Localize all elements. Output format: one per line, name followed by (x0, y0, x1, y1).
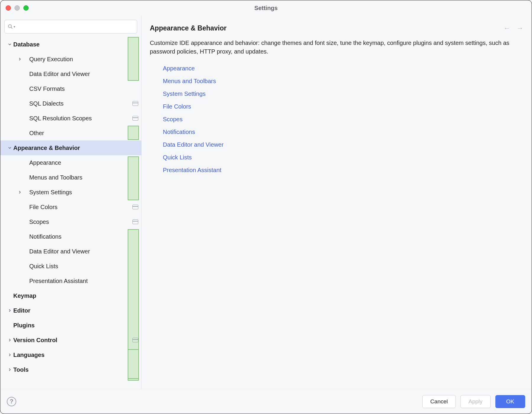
tree-item-label: File Colors (29, 204, 131, 211)
project-scope-icon (132, 338, 138, 342)
tree-item-label: Query Execution (29, 56, 138, 63)
tree-item[interactable]: Menus and Toolbars (0, 170, 141, 185)
content-header: Appearance & Behavior ← → (142, 16, 532, 38)
tree-item-label: Appearance & Behavior (13, 145, 138, 151)
tree-item-label: Keymap (13, 292, 138, 299)
tree-item[interactable]: Query Execution (0, 52, 141, 67)
tree-item[interactable]: Keymap (0, 288, 141, 303)
content-body: Customize IDE appearance and behavior: c… (142, 38, 532, 179)
chevron-right-icon[interactable] (16, 57, 23, 61)
page-description: Customize IDE appearance and behavior: c… (150, 39, 514, 56)
subpage-link-list: AppearanceMenus and ToolbarsSystem Setti… (150, 64, 514, 174)
chevron-right-icon[interactable] (6, 353, 13, 357)
tree-item[interactable]: Plugins (0, 318, 141, 333)
tree-item[interactable]: Version Control (0, 333, 141, 347)
tree-item[interactable]: CSV Formats (0, 81, 141, 96)
tree-item-label: SQL Dialects (29, 100, 131, 107)
ok-button[interactable]: OK (495, 395, 525, 408)
chevron-down-icon[interactable] (6, 43, 13, 46)
tree-item-label: Plugins (13, 322, 138, 329)
tree-item[interactable]: File Colors (0, 200, 141, 214)
tree-item[interactable]: Languages (0, 347, 141, 362)
tree-item[interactable]: Data Editor and Viewer (0, 67, 141, 81)
search-history-chevron-icon[interactable]: ▾ (14, 25, 15, 29)
tree-item[interactable]: Quick Lists (0, 259, 141, 274)
tree-item[interactable]: Data Editor and Viewer (0, 244, 141, 259)
subpage-link[interactable]: Presentation Assistant (163, 166, 514, 174)
window-close-button[interactable] (6, 5, 11, 11)
body: ▾ DatabaseQuery ExecutionData Editor and… (0, 16, 532, 389)
search-wrap: ▾ (0, 19, 141, 37)
tree-item-label: Data Editor and Viewer (29, 248, 138, 255)
chevron-right-icon[interactable] (16, 190, 23, 194)
tree-item[interactable]: Scopes (0, 214, 141, 229)
tree-item[interactable]: Tools (0, 362, 141, 377)
help-button[interactable]: ? (7, 397, 16, 406)
page-title: Appearance & Behavior (150, 24, 503, 32)
search-field[interactable]: ▾ (4, 20, 137, 33)
sidebar: ▾ DatabaseQuery ExecutionData Editor and… (0, 16, 142, 389)
subpage-link[interactable]: Notifications (163, 128, 514, 136)
apply-button[interactable]: Apply (460, 395, 491, 408)
svg-line-1 (11, 28, 12, 29)
settings-tree[interactable]: DatabaseQuery ExecutionData Editor and V… (0, 37, 141, 389)
settings-window: Settings ▾ DatabaseQuery ExecutionData E… (0, 0, 532, 414)
tree-item[interactable]: Database (0, 37, 141, 52)
tree-item-label: Scopes (29, 219, 131, 225)
project-scope-icon (132, 101, 138, 106)
window-maximize-button[interactable] (23, 5, 29, 11)
window-minimize-button[interactable] (14, 5, 20, 11)
subpage-link[interactable]: Scopes (163, 115, 514, 124)
svg-point-0 (8, 25, 12, 28)
tree-item[interactable]: Notifications (0, 229, 141, 244)
footer: ? Cancel Apply OK (0, 389, 532, 414)
tree-item-label: Version Control (13, 337, 131, 344)
tree-item-label: Data Editor and Viewer (29, 71, 138, 77)
search-input[interactable] (17, 24, 134, 30)
subpage-link[interactable]: Menus and Toolbars (163, 77, 514, 85)
tree-item-label: Other (29, 130, 138, 137)
window-title: Settings (0, 5, 532, 12)
tree-item[interactable]: System Settings (0, 185, 141, 200)
content-pane: Appearance & Behavior ← → Customize IDE … (142, 16, 532, 389)
subpage-link[interactable]: Data Editor and Viewer (163, 140, 514, 149)
search-icon (8, 24, 13, 29)
traffic-lights (6, 5, 29, 11)
tree-item-label: Appearance (29, 159, 138, 166)
tree-item-label: Quick Lists (29, 263, 138, 270)
tree-item-label: SQL Resolution Scopes (29, 115, 131, 122)
tree-item[interactable]: Appearance (0, 155, 141, 170)
project-scope-icon (132, 205, 138, 209)
subpage-link[interactable]: Appearance (163, 64, 514, 73)
nav-back-icon[interactable]: ← (503, 24, 510, 32)
cancel-button[interactable]: Cancel (422, 395, 456, 408)
tree-item[interactable]: Editor (0, 303, 141, 318)
tree-item[interactable]: SQL Resolution Scopes (0, 111, 141, 126)
tree-item-label: Menus and Toolbars (29, 174, 138, 181)
project-scope-icon (132, 219, 138, 224)
subpage-link[interactable]: File Colors (163, 102, 514, 111)
tree-item-label: Tools (13, 366, 138, 373)
chevron-down-icon[interactable] (6, 146, 13, 150)
tree-item-label: Languages (13, 352, 138, 358)
tree-item[interactable]: Appearance & Behavior (0, 140, 141, 155)
tree-item-label: Presentation Assistant (29, 278, 138, 284)
tree-item[interactable]: Other (0, 126, 141, 140)
tree-item-label: Editor (13, 307, 138, 314)
chevron-right-icon[interactable] (6, 309, 13, 312)
subpage-link[interactable]: Quick Lists (163, 153, 514, 162)
chevron-right-icon[interactable] (6, 368, 13, 371)
tree-item-label: System Settings (29, 189, 138, 196)
tree-item[interactable]: Presentation Assistant (0, 274, 141, 288)
subpage-link[interactable]: System Settings (163, 90, 514, 98)
chevron-right-icon[interactable] (6, 338, 13, 342)
tree-item-label: Notifications (29, 233, 138, 240)
nav-arrows: ← → (503, 24, 523, 32)
titlebar: Settings (0, 0, 532, 16)
tree-item-label: Database (13, 41, 138, 48)
project-scope-icon (132, 116, 138, 121)
nav-forward-icon[interactable]: → (516, 24, 523, 32)
tree-item-label: CSV Formats (29, 85, 138, 92)
tree-item[interactable]: SQL Dialects (0, 96, 141, 111)
